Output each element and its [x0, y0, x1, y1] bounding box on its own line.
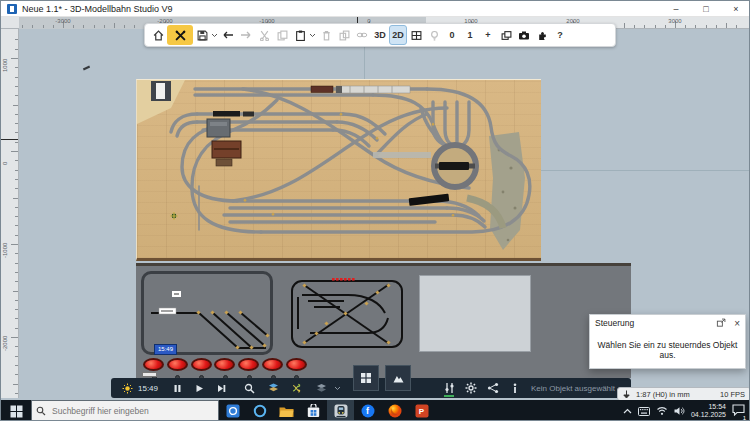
touch-keyboard-icon[interactable]: [638, 407, 650, 416]
switchboard-panel-middle[interactable]: [286, 271, 409, 355]
popout-icon[interactable]: [716, 318, 726, 328]
paste-button[interactable]: [291, 25, 309, 45]
ruler-tick: [665, 25, 666, 28]
ruler-tick: [73, 25, 74, 28]
tray-clock[interactable]: 15:54 04.12.2025: [691, 403, 726, 419]
signal-lamp[interactable]: [238, 358, 259, 371]
signal-lamp[interactable]: [286, 358, 307, 371]
ruler-tick: [15, 49, 18, 50]
camera-button[interactable]: [515, 25, 533, 45]
workspace[interactable]: 15:49: [19, 29, 750, 398]
switchboard-area[interactable]: 15:49: [136, 263, 631, 378]
plugins-button[interactable]: [533, 25, 551, 45]
layout-board[interactable]: [136, 79, 541, 261]
file-explorer-icon[interactable]: [273, 400, 300, 421]
daylight-icon[interactable]: [119, 378, 135, 398]
windows-button[interactable]: [497, 25, 515, 45]
home-button[interactable]: [149, 25, 167, 45]
step-button[interactable]: [213, 378, 229, 398]
titlebar: Neue 1.1* - 3D-Modellbahn Studio V9 – □ …: [1, 1, 750, 17]
ruler-label: -2000: [2, 336, 8, 351]
delete-button[interactable]: [317, 25, 335, 45]
ruler-tick: [13, 105, 18, 106]
duplicate-button[interactable]: [335, 25, 353, 45]
help-button[interactable]: ?: [551, 25, 569, 45]
track-layout-svg: [137, 80, 542, 262]
steuerung-panel: Steuerung × Wählen Sie ein zu steuerndes…: [589, 314, 746, 369]
switchboard-view-button[interactable]: [353, 365, 379, 391]
scale-value[interactable]: 1:87 (H0) in mm: [636, 390, 690, 399]
window-title: Neue 1.1* - 3D-Modellbahn Studio V9: [22, 4, 173, 14]
volume-icon[interactable]: [674, 406, 685, 416]
zoom-tool-icon[interactable]: [241, 378, 257, 398]
scale-fps-pill: 1:87 (H0) in mm 10 FPS: [617, 387, 750, 401]
play-button[interactable]: [191, 378, 207, 398]
signal-lamp[interactable]: [214, 358, 235, 371]
add-layer-button[interactable]: +: [479, 25, 497, 45]
search-input[interactable]: [50, 405, 200, 417]
ruler-tick: [15, 309, 18, 310]
steuerung-close-icon[interactable]: ×: [734, 318, 740, 329]
save-button[interactable]: [193, 25, 211, 45]
signal-button[interactable]: [214, 358, 236, 380]
action-center-icon[interactable]: 1: [732, 402, 745, 420]
ruler-tick: [15, 123, 18, 124]
save-dropdown[interactable]: [211, 25, 219, 45]
signal-button[interactable]: [238, 358, 260, 380]
signal-button[interactable]: [167, 358, 189, 380]
tools-mode-button[interactable]: [167, 25, 193, 45]
signal-button[interactable]: [191, 358, 213, 380]
redo-button[interactable]: [237, 25, 255, 45]
link-button[interactable]: [353, 25, 371, 45]
connections-tab-button[interactable]: [485, 378, 501, 398]
photos-icon[interactable]: [219, 400, 246, 421]
info-tab-button[interactable]: [507, 378, 523, 398]
microsoft-store-icon[interactable]: [300, 400, 327, 421]
network-icon[interactable]: [656, 406, 668, 416]
view-2d-button[interactable]: 2D: [389, 25, 407, 45]
copy-button[interactable]: [273, 25, 291, 45]
layer-select-dropdown[interactable]: [329, 378, 345, 398]
turntable[interactable]: [434, 145, 476, 187]
start-button[interactable]: [1, 400, 31, 421]
ruler-tick: [15, 281, 18, 282]
tray-expand-icon[interactable]: [623, 408, 632, 414]
modellbahn-studio-icon[interactable]: [327, 400, 354, 421]
ruler-vertical: 10000-1000-2000: [1, 29, 19, 398]
paste-dropdown[interactable]: [309, 25, 317, 45]
layer-0-button[interactable]: 0: [443, 25, 461, 45]
undo-button[interactable]: [219, 25, 237, 45]
layer-1-button[interactable]: 1: [461, 25, 479, 45]
signal-lamp[interactable]: [262, 358, 283, 371]
taskbar-search[interactable]: [31, 400, 219, 421]
shuffle-icon[interactable]: [289, 378, 305, 398]
signal-button[interactable]: [286, 358, 308, 380]
firefox-icon[interactable]: [381, 400, 408, 421]
signal-lamp[interactable]: [143, 358, 164, 371]
light-button[interactable]: [425, 25, 443, 45]
facebook-icon[interactable]: f: [354, 400, 381, 421]
grid-button[interactable]: [407, 25, 425, 45]
close-button[interactable]: ×: [721, 1, 750, 17]
powerpoint-icon[interactable]: P: [408, 400, 435, 421]
ruler-tick: [655, 25, 656, 28]
signal-lamp[interactable]: [191, 358, 212, 371]
signal-button[interactable]: [262, 358, 284, 380]
minimize-button[interactable]: –: [661, 1, 691, 17]
control-tab-button[interactable]: [441, 378, 457, 398]
cortana-icon[interactable]: [246, 400, 273, 421]
settings-tab-button[interactable]: [463, 378, 479, 398]
layers-icon[interactable]: [265, 378, 281, 398]
ruler-tick: [13, 384, 18, 385]
pause-button[interactable]: [169, 378, 185, 398]
ruler-tick: [716, 25, 717, 28]
terrain-view-button[interactable]: [385, 365, 411, 391]
cut-button[interactable]: [255, 25, 273, 45]
maximize-button[interactable]: □: [691, 1, 721, 17]
layer-select-icon[interactable]: [313, 378, 329, 398]
ruler-tick: [15, 207, 18, 208]
view-3d-button[interactable]: 3D: [371, 25, 389, 45]
signal-lamp[interactable]: [167, 358, 188, 371]
switchboard-panel-right[interactable]: [419, 275, 531, 352]
switchboard-panel-left[interactable]: 15:49: [141, 271, 273, 355]
